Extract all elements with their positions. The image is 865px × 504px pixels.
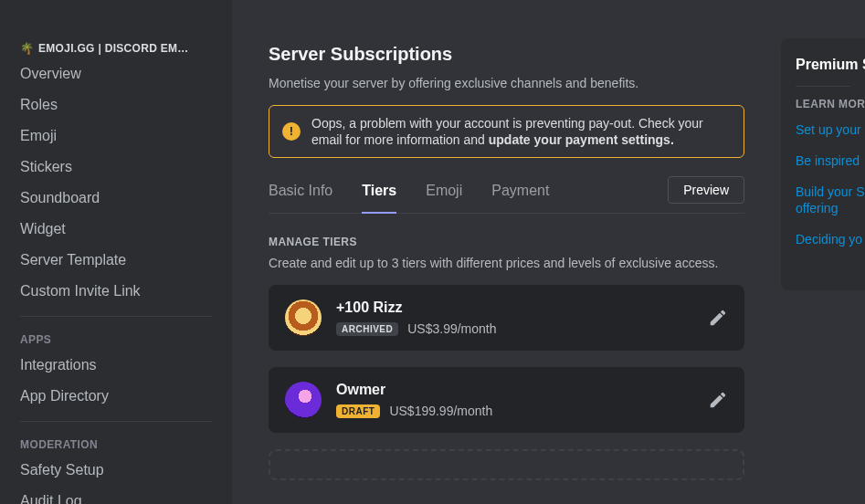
warning-icon: ! [282,122,301,141]
manage-tiers-title: MANAGE TIERS [269,236,744,248]
tier-badge-draft: DRAFT [336,404,380,418]
sidebar-divider [20,421,212,422]
alert-text: Oops, a problem with your account is pre… [311,115,731,148]
sidebar-item-soundboard[interactable]: Soundboard [11,183,221,214]
server-header: 🌴 EMOJI.GG | DISCORD EM… [11,37,221,58]
pencil-icon[interactable] [708,390,728,410]
server-name: EMOJI.GG | DISCORD EM… [38,42,189,55]
preview-button[interactable]: Preview [668,176,744,204]
tier-price: US$3.99/month [407,321,496,336]
tier-badge-archived: ARCHIVED [336,322,398,336]
pencil-icon[interactable] [708,308,728,328]
tab-emoji[interactable]: Emoji [426,177,462,213]
tab-basic-info[interactable]: Basic Info [269,177,332,213]
tier-avatar [285,299,322,336]
panel-link[interactable]: offering [796,200,850,216]
sidebar-item-audit-log[interactable]: Audit Log [11,486,221,504]
sidebar-item-safety-setup[interactable]: Safety Setup [11,455,221,486]
learn-more-card: Premium S LEARN MORE Set up your Be insp… [781,38,865,290]
settings-sidebar: 🌴 EMOJI.GG | DISCORD EM… Overview Roles … [0,0,232,504]
tier-name: Owmer [336,382,693,398]
tabs: Basic Info Tiers Emoji Payment [269,177,549,213]
page-subtitle: Monetise your server by offering exclusi… [269,76,744,90]
panel-divider [796,86,850,87]
sidebar-section-apps: APPS [11,320,221,350]
sidebar-item-widget[interactable]: Widget [11,214,221,245]
add-tier-placeholder[interactable] [269,449,744,480]
panel-link[interactable]: Deciding yo [796,231,850,247]
tier-avatar [285,382,322,418]
sidebar-section-moderation: MODERATION [11,425,221,455]
sidebar-item-app-directory[interactable]: App Directory [11,381,221,412]
sidebar-item-server-template[interactable]: Server Template [11,245,221,276]
tier-card[interactable]: Owmer DRAFT US$199.99/month [269,367,744,433]
tab-payment[interactable]: Payment [491,177,549,213]
sidebar-item-integrations[interactable]: Integrations [11,350,221,381]
tabs-row: Basic Info Tiers Emoji Payment Preview [269,176,744,214]
sidebar-divider [20,316,212,317]
sidebar-item-overview[interactable]: Overview [11,58,221,89]
panel-section-label: LEARN MORE [796,98,850,110]
panel-title: Premium S [796,57,850,73]
alert-text-link[interactable]: update your payment settings. [489,132,674,147]
manage-tiers-subtitle: Create and edit up to 3 tiers with diffe… [269,256,744,270]
panel-link[interactable]: Set up your [796,121,850,138]
right-panel: Premium S LEARN MORE Set up your Be insp… [781,0,865,504]
sidebar-item-custom-invite-link[interactable]: Custom Invite Link [11,276,221,307]
sidebar-item-roles[interactable]: Roles [11,89,221,121]
tab-tiers[interactable]: Tiers [362,177,396,214]
main-content: Server Subscriptions Monetise your serve… [232,0,781,504]
tier-name: +100 Rizz [336,299,693,316]
payout-alert: ! Oops, a problem with your account is p… [269,105,744,158]
sidebar-item-stickers[interactable]: Stickers [11,152,221,183]
page-title: Server Subscriptions [269,44,744,65]
panel-link[interactable]: Be inspired [796,152,850,169]
panel-link[interactable]: Build your S [796,184,850,200]
tier-card[interactable]: +100 Rizz ARCHIVED US$3.99/month [269,285,744,351]
server-icon: 🌴 [20,42,33,55]
sidebar-item-emoji[interactable]: Emoji [11,121,221,152]
tier-price: US$199.99/month [389,404,492,418]
